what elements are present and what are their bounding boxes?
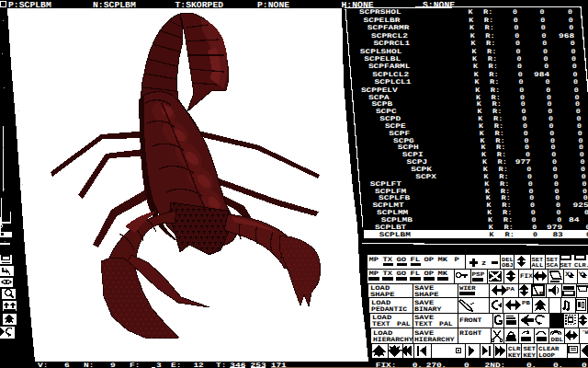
- svg-text:SCPLBM: SCPLBM: [379, 232, 411, 239]
- svg-text:0: 0: [548, 101, 552, 109]
- svg-text:MP: MP: [369, 257, 379, 264]
- svg-text:0: 0: [576, 109, 581, 116]
- svg-text:SCPLFM: SCPLFM: [375, 189, 406, 196]
- svg-text:K: K: [478, 116, 483, 123]
- svg-text:FRONT: FRONT: [459, 317, 482, 325]
- svg-text:R:: R:: [487, 49, 497, 56]
- svg-text:979: 979: [547, 224, 562, 232]
- svg-text:CLEAR: CLEAR: [538, 346, 560, 352]
- svg-text:SCPELBR: SCPELBR: [364, 17, 401, 25]
- svg-text:K: K: [487, 210, 492, 217]
- svg-text:977: 977: [515, 159, 531, 167]
- svg-text:0: 0: [546, 79, 550, 86]
- svg-text:OP: OP: [424, 257, 435, 264]
- svg-text:0: 0: [549, 131, 554, 138]
- svg-text:'W: 'W: [582, 329, 588, 336]
- svg-text:SCPLCL2: SCPLCL2: [372, 72, 409, 79]
- svg-text:SCPLCL1: SCPLCL1: [375, 79, 412, 86]
- svg-text:0: 0: [530, 202, 535, 210]
- svg-text:0: 0: [578, 138, 582, 145]
- svg-text:0: 0: [580, 152, 584, 159]
- svg-text:SCPELBL: SCPELBL: [364, 56, 401, 63]
- svg-text:R:: R:: [486, 40, 496, 48]
- svg-text:HIERARCHY: HIERARCHY: [414, 337, 456, 344]
- svg-text:SCPRCL1: SCPRCL1: [373, 40, 410, 48]
- svg-text:0: 0: [531, 210, 536, 217]
- svg-text:83: 83: [552, 232, 562, 239]
- svg-text:R:: R:: [492, 101, 502, 109]
- svg-text:K: K: [475, 87, 481, 95]
- svg-text:K: K: [479, 123, 484, 131]
- svg-text:K: K: [483, 167, 489, 174]
- svg-text:SCPD: SCPD: [379, 116, 401, 123]
- svg-text:0: 0: [518, 72, 523, 79]
- svg-text:R:: R:: [495, 138, 505, 145]
- svg-text:0: 0: [571, 49, 575, 56]
- svg-text:0: 0: [525, 144, 529, 152]
- svg-text:0: 0: [548, 116, 553, 123]
- svg-text:OBJ: OBJ: [502, 262, 514, 269]
- svg-text:R:: R:: [496, 144, 506, 152]
- svg-text:0: 0: [582, 189, 587, 196]
- svg-text:0: 0: [575, 101, 580, 109]
- svg-text:PAL: PAL: [439, 321, 453, 328]
- svg-text:R:: R:: [497, 152, 507, 159]
- svg-text:PSP: PSP: [472, 271, 485, 278]
- svg-text:SCPH: SCPH: [398, 144, 419, 152]
- svg-text:6: 6: [64, 362, 70, 368]
- svg-text:K: K: [482, 159, 488, 167]
- svg-text:SCPFARMR: SCPFARMR: [368, 25, 411, 32]
- svg-text:0: 0: [548, 109, 552, 116]
- svg-text:0: 0: [579, 144, 583, 152]
- svg-text:R:: R:: [485, 25, 495, 32]
- svg-text:0: 0: [553, 167, 558, 174]
- svg-text:0: 0: [528, 181, 533, 189]
- svg-text:SCPE: SCPE: [385, 123, 406, 131]
- svg-text:FIX: FIX: [520, 273, 534, 281]
- svg-text:0: 0: [574, 95, 579, 102]
- svg-text:K: K: [474, 72, 480, 79]
- svg-text:T:SKORPED: T:SKORPED: [175, 0, 224, 10]
- svg-text:KEY: KEY: [508, 352, 521, 359]
- svg-text:SCPLMM: SCPLMM: [377, 210, 408, 217]
- svg-text:968: 968: [559, 33, 574, 40]
- svg-text:0: 0: [551, 152, 556, 159]
- svg-text:K: K: [471, 49, 477, 56]
- svg-text:N:SCPLBM: N:SCPLBM: [93, 0, 136, 10]
- svg-text:0: 0: [556, 202, 560, 210]
- svg-text:0: 0: [553, 174, 558, 181]
- svg-text:0: 0: [522, 116, 526, 123]
- svg-text:SCPX: SCPX: [415, 174, 437, 181]
- svg-text:0: 0: [517, 63, 522, 71]
- svg-text:ALL: ALL: [532, 262, 544, 269]
- svg-text:SCPRCL2: SCPRCL2: [371, 33, 408, 40]
- svg-text:SCPK: SCPK: [411, 167, 433, 174]
- svg-text:346: 346: [230, 362, 245, 368]
- svg-text:K: K: [470, 33, 476, 40]
- svg-text:R:: R:: [489, 72, 499, 79]
- svg-text:0: 0: [554, 181, 559, 189]
- svg-text:253: 253: [251, 362, 266, 368]
- svg-text:84: 84: [569, 217, 581, 224]
- svg-text:SCPLFB: SCPLFB: [379, 195, 411, 202]
- svg-text:0: 0: [529, 189, 534, 196]
- svg-text:R:: R:: [488, 56, 498, 63]
- svg-text:0: 0: [578, 131, 582, 138]
- svg-text:LOOP: LOOP: [538, 352, 555, 359]
- svg-text:K: K: [472, 56, 478, 63]
- svg-text:0: 0: [552, 159, 557, 167]
- svg-text:0: 0: [580, 159, 584, 167]
- svg-text:0: 0: [550, 138, 555, 145]
- svg-text:0: 0: [557, 210, 561, 217]
- svg-text:0: 0: [542, 40, 547, 48]
- svg-text:R:: R:: [495, 131, 505, 138]
- svg-text:0: 0: [573, 79, 578, 86]
- svg-text:R:: R:: [483, 9, 493, 17]
- svg-text:0: 0: [576, 116, 581, 123]
- svg-text:R:: R:: [494, 123, 504, 131]
- svg-text:0: 0: [541, 25, 546, 32]
- svg-text:0: 0: [526, 167, 531, 174]
- svg-text:PAL: PAL: [397, 321, 411, 328]
- svg-text:TEXT: TEXT: [414, 321, 433, 328]
- svg-text:0: 0: [519, 79, 524, 86]
